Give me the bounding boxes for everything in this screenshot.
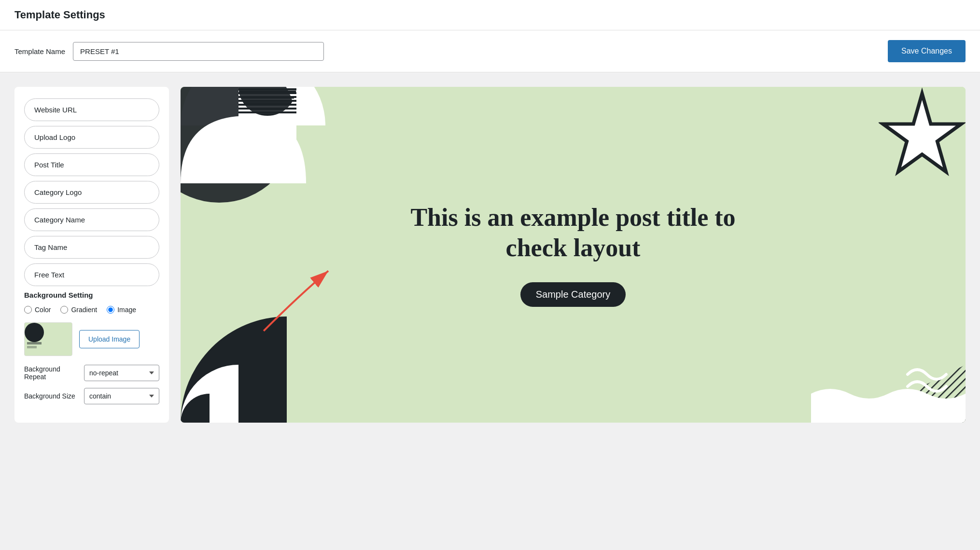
image-upload-row: Upload Image — [24, 322, 159, 356]
background-setting-label: Background Setting — [24, 291, 159, 299]
bg-repeat-row: Background Repeat no-repeat repeat repea… — [24, 365, 159, 381]
bg-color-radio[interactable] — [24, 306, 32, 314]
svg-rect-3 — [27, 342, 42, 344]
preview-content: This is an example post title to check l… — [181, 87, 966, 423]
tag-name-button[interactable]: Tag Name — [24, 236, 159, 259]
bg-image-label: Image — [117, 306, 136, 314]
template-name-row: Template Name Save Changes — [0, 30, 980, 72]
page-title: Template Settings — [14, 9, 966, 21]
template-name-group: Template Name — [14, 42, 324, 61]
svg-rect-4 — [27, 346, 37, 348]
upload-logo-button[interactable]: Upload Logo — [24, 126, 159, 149]
preview-category-badge: Sample Category — [520, 282, 626, 307]
page-header: Template Settings — [0, 0, 980, 30]
thumbnail-preview — [25, 323, 72, 356]
bg-color-label: Color — [35, 306, 51, 314]
bg-thumbnail — [24, 322, 72, 356]
post-title-button[interactable]: Post Title — [24, 153, 159, 176]
upload-image-button[interactable]: Upload Image — [79, 330, 140, 348]
main-content: Website URL Upload Logo Post Title Categ… — [0, 72, 980, 437]
preview-area: This is an example post title to check l… — [181, 87, 966, 423]
bg-gradient-radio[interactable] — [60, 306, 68, 314]
background-setting-section: Background Setting Color Gradient Image — [24, 291, 159, 404]
website-url-button[interactable]: Website URL — [24, 98, 159, 121]
template-name-input[interactable] — [73, 42, 324, 61]
bg-color-option[interactable]: Color — [24, 306, 51, 314]
bg-repeat-select[interactable]: no-repeat repeat repeat-x repeat-y — [84, 365, 159, 381]
category-name-button[interactable]: Category Name — [24, 208, 159, 231]
save-changes-button[interactable]: Save Changes — [888, 40, 966, 62]
bg-image-option[interactable]: Image — [107, 306, 136, 314]
bg-gradient-option[interactable]: Gradient — [60, 306, 97, 314]
svg-point-1 — [25, 323, 44, 342]
template-name-label: Template Name — [14, 47, 65, 55]
bg-repeat-label: Background Repeat — [24, 365, 77, 381]
bg-size-label: Background Size — [24, 392, 77, 400]
free-text-button[interactable]: Free Text — [24, 263, 159, 286]
left-panel: Website URL Upload Logo Post Title Categ… — [14, 87, 169, 423]
bg-type-radio-group: Color Gradient Image — [24, 306, 159, 314]
category-logo-button[interactable]: Category Logo — [24, 181, 159, 204]
preview-background: This is an example post title to check l… — [181, 87, 966, 423]
preview-post-title: This is an example post title to check l… — [390, 203, 756, 263]
bg-size-row: Background Size contain cover auto — [24, 388, 159, 404]
bg-size-select[interactable]: contain cover auto — [84, 388, 159, 404]
bg-gradient-label: Gradient — [71, 306, 97, 314]
bg-image-radio[interactable] — [107, 306, 114, 314]
